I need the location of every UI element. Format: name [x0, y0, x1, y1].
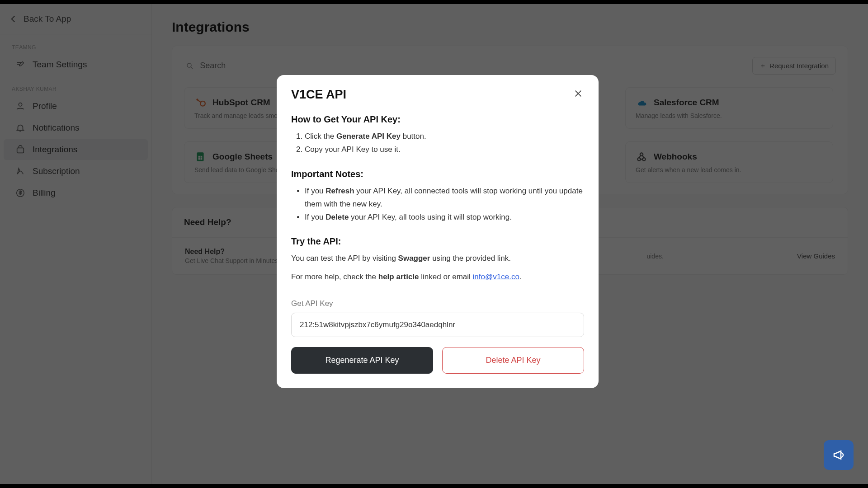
steps-list: Click the Generate API Key button. Copy …	[291, 130, 584, 156]
notes-list: If you Refresh your API Key, all connect…	[291, 185, 584, 224]
step-1: Click the Generate API Key button.	[305, 130, 584, 143]
modal-title: V1CE API	[291, 88, 346, 102]
step-2: Copy your API Key to use it.	[305, 143, 584, 156]
api-key-input[interactable]	[291, 313, 584, 337]
heading-how-to-get: How to Get Your API Key:	[291, 114, 584, 125]
api-key-label: Get API Key	[291, 299, 584, 308]
try-paragraph: You can test the API by visiting Swagger…	[291, 252, 584, 265]
delete-api-key-button[interactable]: Delete API Key	[442, 347, 584, 374]
note-delete: If you Delete your API Key, all tools us…	[305, 211, 584, 224]
help-paragraph: For more help, check the help article li…	[291, 271, 584, 284]
megaphone-icon	[832, 448, 845, 462]
close-icon[interactable]	[572, 88, 584, 99]
note-refresh: If you Refresh your API Key, all connect…	[305, 185, 584, 211]
api-key-modal: V1CE API How to Get Your API Key: Click …	[277, 75, 599, 388]
heading-try: Try the API:	[291, 236, 584, 247]
support-fab[interactable]	[824, 440, 854, 470]
regenerate-api-key-button[interactable]: Regenerate API Key	[291, 347, 433, 374]
letterbox-top	[0, 0, 868, 4]
heading-notes: Important Notes:	[291, 169, 584, 179]
support-email-link[interactable]: info@v1ce.co	[473, 272, 519, 281]
letterbox-bottom	[0, 484, 868, 488]
